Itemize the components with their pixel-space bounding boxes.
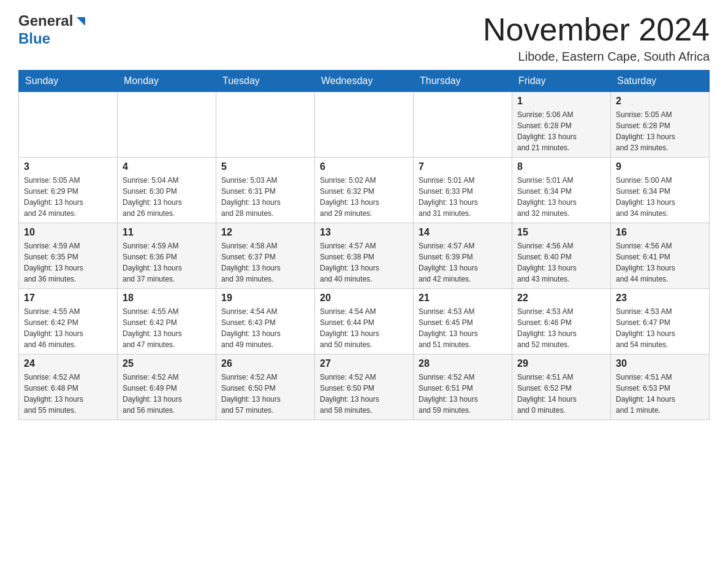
day-number: 25 xyxy=(123,358,211,369)
header-wednesday: Wednesday xyxy=(315,71,414,92)
calendar-cell xyxy=(414,92,512,158)
calendar-cell: 25Sunrise: 4:52 AM Sunset: 6:49 PM Dayli… xyxy=(118,354,216,420)
calendar-cell: 15Sunrise: 4:56 AM Sunset: 6:40 PM Dayli… xyxy=(512,223,611,289)
day-info: Sunrise: 4:55 AM Sunset: 6:42 PM Dayligh… xyxy=(24,306,112,350)
day-number: 26 xyxy=(221,358,309,369)
week-row-3: 10Sunrise: 4:59 AM Sunset: 6:35 PM Dayli… xyxy=(19,223,710,289)
calendar-cell: 1Sunrise: 5:06 AM Sunset: 6:28 PM Daylig… xyxy=(512,92,611,158)
calendar-cell: 20Sunrise: 4:54 AM Sunset: 6:44 PM Dayli… xyxy=(315,289,414,354)
calendar-cell: 23Sunrise: 4:53 AM Sunset: 6:47 PM Dayli… xyxy=(611,289,710,354)
calendar-cell xyxy=(315,92,414,158)
day-info: Sunrise: 5:01 AM Sunset: 6:33 PM Dayligh… xyxy=(419,175,507,219)
calendar-cell: 22Sunrise: 4:53 AM Sunset: 6:46 PM Dayli… xyxy=(512,289,611,354)
day-info: Sunrise: 4:59 AM Sunset: 6:35 PM Dayligh… xyxy=(24,240,112,285)
header-sunday: Sunday xyxy=(19,71,118,92)
header-tuesday: Tuesday xyxy=(216,71,315,92)
logo-general: General xyxy=(18,12,73,30)
day-info: Sunrise: 4:52 AM Sunset: 6:50 PM Dayligh… xyxy=(221,372,309,416)
day-info: Sunrise: 5:04 AM Sunset: 6:30 PM Dayligh… xyxy=(123,175,211,219)
day-number: 6 xyxy=(320,161,408,172)
day-number: 13 xyxy=(320,227,408,238)
calendar-cell: 19Sunrise: 4:54 AM Sunset: 6:43 PM Dayli… xyxy=(216,289,315,354)
day-number: 3 xyxy=(24,161,112,172)
calendar-cell: 2Sunrise: 5:05 AM Sunset: 6:28 PM Daylig… xyxy=(611,92,710,158)
day-number: 1 xyxy=(517,96,605,107)
day-info: Sunrise: 4:51 AM Sunset: 6:53 PM Dayligh… xyxy=(616,372,704,416)
day-info: Sunrise: 5:05 AM Sunset: 6:29 PM Dayligh… xyxy=(24,175,112,219)
day-info: Sunrise: 4:55 AM Sunset: 6:42 PM Dayligh… xyxy=(123,306,211,350)
header-thursday: Thursday xyxy=(414,71,512,92)
calendar-cell: 14Sunrise: 4:57 AM Sunset: 6:39 PM Dayli… xyxy=(414,223,512,289)
calendar-cell: 11Sunrise: 4:59 AM Sunset: 6:36 PM Dayli… xyxy=(118,223,216,289)
day-info: Sunrise: 4:57 AM Sunset: 6:38 PM Dayligh… xyxy=(320,240,408,285)
day-number: 11 xyxy=(123,227,211,238)
calendar-cell: 5Sunrise: 5:03 AM Sunset: 6:31 PM Daylig… xyxy=(216,158,315,223)
day-info: Sunrise: 4:58 AM Sunset: 6:37 PM Dayligh… xyxy=(221,240,309,285)
day-info: Sunrise: 4:54 AM Sunset: 6:44 PM Dayligh… xyxy=(320,306,408,350)
day-info: Sunrise: 4:53 AM Sunset: 6:46 PM Dayligh… xyxy=(517,306,605,350)
day-number: 23 xyxy=(616,293,704,304)
day-info: Sunrise: 5:03 AM Sunset: 6:31 PM Dayligh… xyxy=(221,175,309,219)
logo-blue: Blue xyxy=(18,30,50,47)
calendar-cell: 28Sunrise: 4:52 AM Sunset: 6:51 PM Dayli… xyxy=(414,354,512,420)
day-number: 2 xyxy=(616,96,704,107)
calendar-cell: 26Sunrise: 4:52 AM Sunset: 6:50 PM Dayli… xyxy=(216,354,315,420)
day-number: 9 xyxy=(616,161,704,172)
day-info: Sunrise: 4:52 AM Sunset: 6:50 PM Dayligh… xyxy=(320,372,408,416)
location: Libode, Eastern Cape, South Africa xyxy=(483,50,710,64)
day-number: 28 xyxy=(419,358,507,369)
calendar-cell: 9Sunrise: 5:00 AM Sunset: 6:34 PM Daylig… xyxy=(611,158,710,223)
calendar-cell: 7Sunrise: 5:01 AM Sunset: 6:33 PM Daylig… xyxy=(414,158,512,223)
calendar-cell: 12Sunrise: 4:58 AM Sunset: 6:37 PM Dayli… xyxy=(216,223,315,289)
day-info: Sunrise: 4:51 AM Sunset: 6:52 PM Dayligh… xyxy=(517,372,605,416)
day-number: 29 xyxy=(517,358,605,369)
day-number: 15 xyxy=(517,227,605,238)
day-info: Sunrise: 5:00 AM Sunset: 6:34 PM Dayligh… xyxy=(616,175,704,219)
calendar-cell: 21Sunrise: 4:53 AM Sunset: 6:45 PM Dayli… xyxy=(414,289,512,354)
day-number: 16 xyxy=(616,227,704,238)
day-info: Sunrise: 4:53 AM Sunset: 6:45 PM Dayligh… xyxy=(419,306,507,350)
day-number: 19 xyxy=(221,293,309,304)
calendar-cell: 16Sunrise: 4:56 AM Sunset: 6:41 PM Dayli… xyxy=(611,223,710,289)
page-header: General Blue November 2024 Libode, Easte… xyxy=(18,12,710,64)
day-info: Sunrise: 4:56 AM Sunset: 6:41 PM Dayligh… xyxy=(616,240,704,285)
day-number: 24 xyxy=(24,358,112,369)
header-friday: Friday xyxy=(512,71,611,92)
calendar-cell: 8Sunrise: 5:01 AM Sunset: 6:34 PM Daylig… xyxy=(512,158,611,223)
day-number: 18 xyxy=(123,293,211,304)
day-info: Sunrise: 4:57 AM Sunset: 6:39 PM Dayligh… xyxy=(419,240,507,285)
week-row-5: 24Sunrise: 4:52 AM Sunset: 6:48 PM Dayli… xyxy=(19,354,710,420)
day-info: Sunrise: 5:06 AM Sunset: 6:28 PM Dayligh… xyxy=(517,109,605,153)
day-info: Sunrise: 5:05 AM Sunset: 6:28 PM Dayligh… xyxy=(616,109,704,153)
day-number: 10 xyxy=(24,227,112,238)
day-number: 30 xyxy=(616,358,704,369)
calendar-table: SundayMondayTuesdayWednesdayThursdayFrid… xyxy=(18,70,710,420)
header-monday: Monday xyxy=(118,71,216,92)
calendar-cell: 24Sunrise: 4:52 AM Sunset: 6:48 PM Dayli… xyxy=(19,354,118,420)
week-row-1: 1Sunrise: 5:06 AM Sunset: 6:28 PM Daylig… xyxy=(19,92,710,158)
day-info: Sunrise: 4:52 AM Sunset: 6:49 PM Dayligh… xyxy=(123,372,211,416)
week-row-2: 3Sunrise: 5:05 AM Sunset: 6:29 PM Daylig… xyxy=(19,158,710,223)
day-number: 22 xyxy=(517,293,605,304)
calendar-cell: 10Sunrise: 4:59 AM Sunset: 6:35 PM Dayli… xyxy=(19,223,118,289)
title-block: November 2024 Libode, Eastern Cape, Sout… xyxy=(483,12,710,64)
day-info: Sunrise: 4:56 AM Sunset: 6:40 PM Dayligh… xyxy=(517,240,605,285)
month-title: November 2024 xyxy=(483,12,710,47)
day-number: 21 xyxy=(419,293,507,304)
day-number: 27 xyxy=(320,358,408,369)
day-number: 8 xyxy=(517,161,605,172)
week-row-4: 17Sunrise: 4:55 AM Sunset: 6:42 PM Dayli… xyxy=(19,289,710,354)
day-number: 5 xyxy=(221,161,309,172)
calendar-cell xyxy=(118,92,216,158)
calendar-cell: 27Sunrise: 4:52 AM Sunset: 6:50 PM Dayli… xyxy=(315,354,414,420)
day-info: Sunrise: 4:54 AM Sunset: 6:43 PM Dayligh… xyxy=(221,306,309,350)
calendar-cell xyxy=(216,92,315,158)
day-number: 14 xyxy=(419,227,507,238)
calendar-cell: 30Sunrise: 4:51 AM Sunset: 6:53 PM Dayli… xyxy=(611,354,710,420)
day-info: Sunrise: 4:53 AM Sunset: 6:47 PM Dayligh… xyxy=(616,306,704,350)
day-number: 17 xyxy=(24,293,112,304)
calendar-cell: 29Sunrise: 4:51 AM Sunset: 6:52 PM Dayli… xyxy=(512,354,611,420)
calendar-cell xyxy=(19,92,118,158)
calendar-cell: 17Sunrise: 4:55 AM Sunset: 6:42 PM Dayli… xyxy=(19,289,118,354)
day-info: Sunrise: 5:02 AM Sunset: 6:32 PM Dayligh… xyxy=(320,175,408,219)
